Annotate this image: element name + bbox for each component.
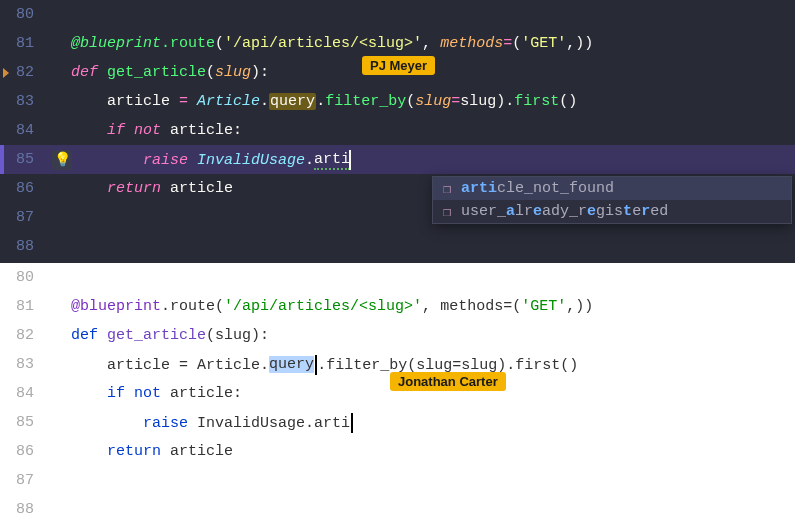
- method-call: first: [515, 356, 560, 373]
- line-number: 81: [0, 298, 44, 315]
- kwarg: slug: [416, 356, 452, 373]
- code-line[interactable]: 82 def get_article(slug):: [0, 321, 795, 350]
- code-line[interactable]: 84 if not article:: [0, 116, 795, 145]
- method-call: first: [514, 93, 559, 110]
- variable: slug: [460, 93, 496, 110]
- breakpoint-icon[interactable]: [3, 68, 9, 78]
- variable: article: [170, 180, 233, 197]
- code-content: raise InvalidUsage.arti: [44, 150, 795, 170]
- code-line[interactable]: 86 return article: [0, 437, 795, 466]
- line-number: 85: [0, 151, 44, 168]
- line-number: 87: [0, 472, 44, 489]
- code-content: def get_article(slug):: [44, 327, 795, 344]
- line-number: 84: [0, 385, 44, 402]
- code-line[interactable]: 87: [0, 466, 795, 495]
- variable: article: [170, 443, 233, 460]
- function-name: get_article: [107, 64, 206, 81]
- collaborator-cursor-label[interactable]: Jonathan Carter: [390, 372, 506, 391]
- code-line[interactable]: 83 article = Article.query.filter_by(slu…: [0, 87, 795, 116]
- text-caret: [349, 150, 351, 170]
- method-call: .route: [161, 35, 215, 52]
- text-caret: [351, 413, 353, 433]
- string-literal: '/api/articles/<slug>': [224, 298, 422, 315]
- autocomplete-label: user_already_registered: [461, 203, 668, 220]
- property: query: [270, 93, 315, 110]
- keyword: def: [71, 64, 98, 81]
- keyword: raise: [143, 414, 188, 431]
- code-line[interactable]: 81 @blueprint.route('/api/articles/<slug…: [0, 29, 795, 58]
- keyword: not: [134, 122, 161, 139]
- parameter: slug: [215, 327, 251, 344]
- class-name: Article: [197, 93, 260, 110]
- symbol-icon: ❒: [439, 204, 455, 220]
- variable: article: [107, 356, 170, 373]
- keyword: if: [107, 385, 125, 402]
- keyword: if: [107, 122, 125, 139]
- line-number: 87: [0, 209, 44, 226]
- line-number: 81: [0, 35, 44, 52]
- code-line[interactable]: 83 article = Article.query.filter_by(slu…: [0, 350, 795, 379]
- collaborator-selection: query: [269, 93, 316, 110]
- class-name: InvalidUsage: [197, 414, 305, 431]
- function-name: get_article: [107, 327, 206, 344]
- collaborator-selection: query: [269, 356, 314, 373]
- code-content: if not article:: [44, 122, 795, 139]
- editor-light-theme: 80 81 @blueprint.route('/api/articles/<s…: [0, 263, 795, 527]
- parameter: slug: [215, 64, 251, 81]
- line-number: 88: [0, 238, 44, 255]
- decorator: @blueprint: [71, 298, 161, 315]
- method-call: .route: [161, 298, 215, 315]
- kwarg: methods: [440, 35, 503, 52]
- code-line[interactable]: 81 @blueprint.route('/api/articles/<slug…: [0, 292, 795, 321]
- line-number: 86: [0, 180, 44, 197]
- autocomplete-label: article_not_found: [461, 180, 614, 197]
- code-content: article = Article.query.filter_by(slug=s…: [44, 93, 795, 110]
- autocomplete-item[interactable]: ❒ user_already_registered: [433, 200, 791, 223]
- code-line[interactable]: 80: [0, 263, 795, 292]
- variable: slug: [461, 356, 497, 373]
- line-number: 82: [0, 327, 44, 344]
- variable: article: [170, 122, 233, 139]
- string-literal: '/api/articles/<slug>': [224, 35, 422, 52]
- line-number: 83: [0, 356, 44, 373]
- decorator: @blueprint: [71, 35, 161, 52]
- line-number: 80: [0, 269, 44, 286]
- string-literal: 'GET': [521, 298, 566, 315]
- method-call: filter_by: [326, 356, 407, 373]
- keyword: not: [134, 385, 161, 402]
- code-line[interactable]: 80: [0, 0, 795, 29]
- property: query: [269, 356, 314, 373]
- keyword: return: [107, 180, 161, 197]
- keyword: return: [107, 443, 161, 460]
- string-literal: 'GET': [521, 35, 566, 52]
- variable: article: [170, 385, 233, 402]
- line-number: 83: [0, 93, 44, 110]
- code-line-active[interactable]: 85 💡 raise InvalidUsage.arti: [0, 145, 795, 174]
- line-number: 85: [0, 414, 44, 431]
- collaborator-cursor-label[interactable]: PJ Meyer: [362, 56, 435, 75]
- incomplete-identifier: arti: [314, 151, 350, 170]
- code-content: return article: [44, 443, 795, 460]
- code-content: raise InvalidUsage.arti: [44, 413, 795, 433]
- gutter-highlight: [0, 145, 4, 174]
- code-content: @blueprint.route('/api/articles/<slug>',…: [44, 35, 795, 52]
- autocomplete-popup[interactable]: ❒ article_not_found ❒ user_already_regis…: [432, 176, 792, 224]
- line-number: 86: [0, 443, 44, 460]
- autocomplete-item-selected[interactable]: ❒ article_not_found: [433, 177, 791, 200]
- code-content: @blueprint.route('/api/articles/<slug>',…: [44, 298, 795, 315]
- method-call: filter_by: [325, 93, 406, 110]
- keyword: def: [71, 327, 98, 344]
- code-line[interactable]: 82 def get_article(slug): PJ Meyer: [0, 58, 795, 87]
- code-line[interactable]: 85 raise InvalidUsage.arti: [0, 408, 795, 437]
- variable: article: [107, 93, 170, 110]
- line-number: 84: [0, 122, 44, 139]
- symbol-icon: ❒: [439, 181, 455, 197]
- keyword: raise: [143, 151, 188, 168]
- code-line[interactable]: 88: [0, 232, 795, 261]
- class-name: InvalidUsage: [197, 151, 305, 168]
- kwarg: methods: [440, 298, 503, 315]
- line-number: 80: [0, 6, 44, 23]
- editor-dark-theme: 80 81 @blueprint.route('/api/articles/<s…: [0, 0, 795, 263]
- incomplete-identifier: arti: [314, 414, 350, 431]
- code-line[interactable]: 88: [0, 495, 795, 524]
